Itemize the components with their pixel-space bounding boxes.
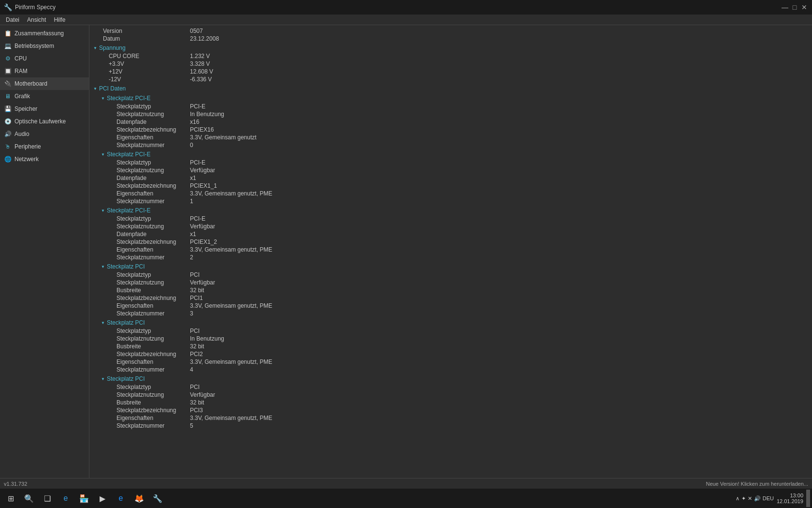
sidebar-item-speicher[interactable]: 💾 Speicher xyxy=(0,103,89,115)
pci-slot-3-header[interactable]: Steckplatz PCI-E xyxy=(93,205,808,215)
slot1-nr-value: 0 xyxy=(190,142,193,149)
show-desktop-button[interactable] xyxy=(806,490,810,507)
datum-value: 23.12.2008 xyxy=(190,35,219,42)
cpu-core-value: 1.232 V xyxy=(190,53,210,60)
slot6-eig: Eigenschaften 3.3V, Gemeinsam genutzt, P… xyxy=(93,414,808,422)
sidebar-item-audio[interactable]: 🔊 Audio xyxy=(0,128,89,140)
menu-datei[interactable]: Datei xyxy=(2,15,23,24)
slot4-typ: Steckplatztyp PCI xyxy=(93,271,808,279)
media-button[interactable]: ▶ xyxy=(94,490,111,507)
sidebar-label-speicher: Speicher xyxy=(14,105,37,112)
ram-icon: 🔲 xyxy=(4,67,12,75)
pci-slot-5-header[interactable]: Steckplatz PCI xyxy=(93,317,808,327)
datum-label: Datum xyxy=(93,35,190,42)
store-button[interactable]: 🏪 xyxy=(75,490,93,507)
slot3-typ: Steckplatztyp PCI-E xyxy=(93,215,808,223)
clock: 13:00 12.01.2019 xyxy=(777,493,803,504)
sidebar-item-optische[interactable]: 💿 Optische Laufwerke xyxy=(0,115,89,128)
sidebar-item-motherboard[interactable]: 🔌 Motherboard xyxy=(0,77,89,90)
slot6-nr: Steckplatznummer 5 xyxy=(93,422,808,430)
taskview-button[interactable]: ❑ xyxy=(39,490,56,507)
sidebar-item-betriebssystem[interactable]: 💻 Betriebssystem xyxy=(0,40,89,52)
firefox-button[interactable]: 🦊 xyxy=(130,490,148,507)
slot4-nr: Steckplatznummer 3 xyxy=(93,310,808,317)
clock-date: 12.01.2019 xyxy=(777,498,803,504)
app-icon: 🔧 xyxy=(4,3,12,11)
speccy-button[interactable]: 🔧 xyxy=(149,490,166,507)
slot2-eig: Eigenschaften 3.3V, Gemeinsam genutzt, P… xyxy=(93,190,808,197)
search-button[interactable]: 🔍 xyxy=(20,490,38,507)
slot4-nutzung: Steckplatznutzung Verfügbar xyxy=(93,279,808,286)
slot6-bez: Steckplatzbezeichnung PCI3 xyxy=(93,406,808,414)
taskbar-left: ⊞ 🔍 ❑ e 🏪 ▶ e 🦊 🔧 xyxy=(2,490,166,507)
datum-line: Datum 23.12.2008 xyxy=(93,35,808,43)
pci-daten-header[interactable]: PCI Daten xyxy=(93,83,808,93)
plus12-label: +12V xyxy=(93,68,190,75)
slot1-eig-value: 3.3V, Gemeinsam genutzt xyxy=(190,134,257,141)
sidebar-label-peripherie: Peripherie xyxy=(14,143,41,150)
new-version-notice[interactable]: Neue Version! Klicken zum herunterladen.… xyxy=(706,481,808,487)
tray-chevron[interactable]: ∧ xyxy=(736,495,740,502)
sidebar-label-grafik: Grafik xyxy=(14,93,30,100)
cpu-core-line: CPU CORE 1.232 V xyxy=(93,52,808,60)
optisch-icon: 💿 xyxy=(4,118,12,125)
netzwerk-icon: 🌐 xyxy=(4,155,12,163)
minus12-line: -12V -6.336 V xyxy=(93,75,808,83)
menu-hilfe[interactable]: Hilfe xyxy=(50,15,69,24)
sidebar-item-zusammenfassung[interactable]: 📋 Zusammenfassung xyxy=(0,27,89,40)
ie-button[interactable]: e xyxy=(112,490,130,507)
sidebar-item-cpu[interactable]: ⚙ CPU xyxy=(0,52,89,65)
sidebar-label-betriebssystem: Betriebssystem xyxy=(14,43,54,49)
pci-slot-6-header[interactable]: Steckplatz PCI xyxy=(93,374,808,383)
slot1-typ: Steckplatztyp PCI-E xyxy=(93,103,808,110)
slot1-eig: Eigenschaften 3.3V, Gemeinsam genutzt xyxy=(93,134,808,141)
plus33-value: 3.328 V xyxy=(190,60,210,67)
sidebar-label-zusammenfassung: Zusammenfassung xyxy=(14,30,64,37)
menubar: Datei Ansicht Hilfe xyxy=(0,15,812,25)
audio-icon: 🔊 xyxy=(4,130,12,138)
minus12-value: -6.336 V xyxy=(190,76,212,83)
version-value: 0507 xyxy=(190,28,203,34)
slot1-typ-value: PCI-E xyxy=(190,103,205,110)
pci-slot-1-header[interactable]: Steckplatz PCI-E xyxy=(93,93,808,103)
slot2-nutzung: Steckplatznutzung Verfügbar xyxy=(93,166,808,174)
version-label: Version xyxy=(93,28,190,34)
slot6-typ: Steckplatztyp PCI xyxy=(93,383,808,391)
slot6-nutzung: Steckplatznutzung Verfügbar xyxy=(93,391,808,399)
pci-slot-4-header[interactable]: Steckplatz PCI xyxy=(93,261,808,271)
app-title: Piriform Speccy xyxy=(15,4,56,11)
edge-button[interactable]: e xyxy=(57,490,74,507)
tray-icon-3: 🔊 xyxy=(754,495,761,502)
slot1-daten: Datenpfade x16 xyxy=(93,118,808,126)
sidebar-item-peripherie[interactable]: 🖱 Peripherie xyxy=(0,140,89,153)
plus12-line: +12V 12.608 V xyxy=(93,68,808,75)
sidebar-label-optische: Optische Laufwerke xyxy=(14,118,66,125)
slot1-nr-label: Steckplatznummer xyxy=(93,142,190,149)
slot6-bus: Busbreite 32 bit xyxy=(93,399,808,406)
slot5-nr: Steckplatznummer 4 xyxy=(93,366,808,374)
pci-slot-2-header[interactable]: Steckplatz PCI-E xyxy=(93,149,808,159)
sidebar-item-grafik[interactable]: 🖥 Grafik xyxy=(0,90,89,103)
slot3-nr: Steckplatznummer 2 xyxy=(93,254,808,261)
slot1-nutzung-label: Steckplatznutzung xyxy=(93,111,190,118)
maximize-button[interactable]: □ xyxy=(791,3,798,11)
tray-icon-1: ✦ xyxy=(741,495,746,502)
close-button[interactable]: ✕ xyxy=(800,3,808,11)
titlebar-controls: — □ ✕ xyxy=(781,3,808,11)
minus12-label: -12V xyxy=(93,76,190,83)
start-button[interactable]: ⊞ xyxy=(2,490,19,507)
menu-ansicht[interactable]: Ansicht xyxy=(23,15,50,24)
zusammenfassung-icon: 📋 xyxy=(4,30,12,37)
slot3-nutzung: Steckplatznutzung Verfügbar xyxy=(93,223,808,230)
speicher-icon: 💾 xyxy=(4,105,12,113)
sidebar-item-netzwerk[interactable]: 🌐 Netzwerk xyxy=(0,153,89,165)
content-area[interactable]: Version 0507 Datum 23.12.2008 Spannung C… xyxy=(89,25,812,478)
slot1-daten-label: Datenpfade xyxy=(93,119,190,125)
spannung-header[interactable]: Spannung xyxy=(93,43,808,52)
slot2-daten: Datenpfade x1 xyxy=(93,174,808,182)
minimize-button[interactable]: — xyxy=(781,3,789,11)
sidebar-item-ram[interactable]: 🔲 RAM xyxy=(0,65,89,77)
slot5-bus: Busbreite 32 bit xyxy=(93,343,808,350)
slot4-eig: Eigenschaften 3.3V, Gemeinsam genutzt, P… xyxy=(93,302,808,310)
sidebar: 📋 Zusammenfassung 💻 Betriebssystem ⚙ CPU… xyxy=(0,25,89,478)
